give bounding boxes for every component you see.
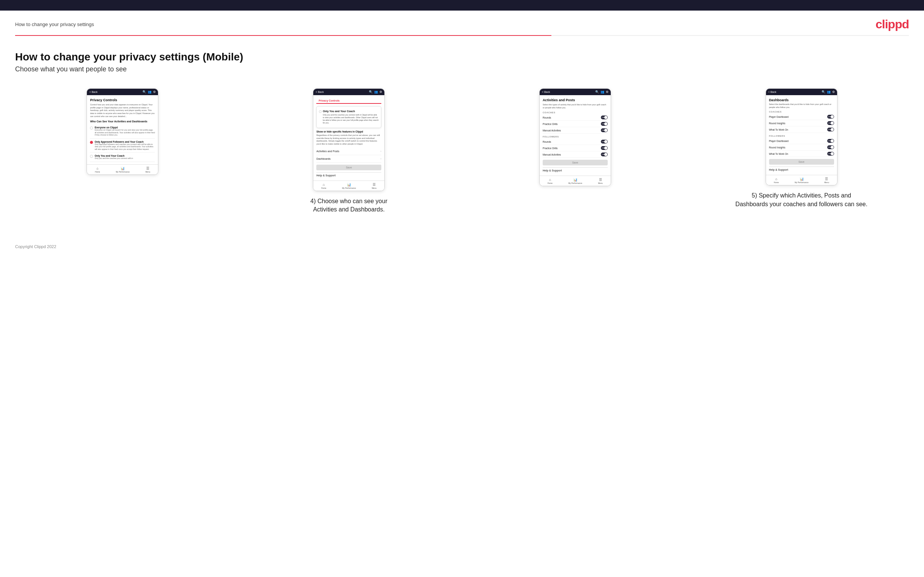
- performance-icon-1: 📊: [121, 166, 125, 170]
- radio-coach-only[interactable]: [90, 155, 93, 158]
- nav-home-3[interactable]: ⌂ Home: [548, 178, 552, 184]
- option-everyone-desc: Everyone on Clippd can search for you an…: [94, 129, 155, 136]
- option-approved-label: Only Approved Followers and Your Coach: [94, 140, 155, 143]
- people-icon[interactable]: 👥: [148, 90, 152, 93]
- nav-menu-label-3: Menu: [598, 182, 603, 184]
- nav-menu-4[interactable]: ☰ Menu: [824, 177, 829, 184]
- toggle-what-work-coaches[interactable]: What To Work On ON: [769, 126, 834, 133]
- toggle-rounds-followers[interactable]: Rounds ON: [543, 139, 608, 145]
- nav-performance-1[interactable]: 📊 My Performance: [116, 166, 129, 173]
- coaches-label-3: COACHES: [543, 111, 608, 114]
- radio-approved[interactable]: [90, 141, 93, 144]
- nav-home-label-4: Home: [774, 181, 779, 184]
- privacy-controls-tab[interactable]: Privacy Controls: [316, 98, 342, 104]
- save-btn-2[interactable]: Save: [316, 164, 381, 170]
- screen2-topbar: < Back 🔍 👥 ⚙: [313, 89, 384, 95]
- manual-coaches-toggle[interactable]: ON: [601, 128, 608, 132]
- what-work-followers-toggle[interactable]: ON: [827, 152, 834, 156]
- menu-dashboards[interactable]: Dashboards ›: [316, 155, 381, 163]
- back-button-4[interactable]: < Back: [768, 90, 777, 93]
- search-icon[interactable]: 🔍: [142, 90, 146, 93]
- search-icon-2[interactable]: 🔍: [369, 90, 373, 93]
- caption5: 5) Specify which Activities, Posts and D…: [735, 192, 868, 208]
- settings-icon-3[interactable]: ⚙: [606, 90, 609, 93]
- nav-menu-3[interactable]: ☰ Menu: [598, 178, 603, 184]
- nav-menu-2[interactable]: ☰ Menu: [372, 183, 377, 189]
- toggle-manual-coaches[interactable]: Manual Activities ON: [543, 127, 608, 134]
- drills-followers-toggle[interactable]: ON: [601, 146, 608, 150]
- option-approved[interactable]: Only Approved Followers and Your Coach O…: [90, 139, 155, 153]
- dashboards-label: Dashboards: [316, 158, 331, 160]
- screen2-mockup: < Back 🔍 👥 ⚙ Privacy Controls: [313, 89, 385, 191]
- home-icon-3: ⌂: [549, 178, 551, 182]
- option-everyone[interactable]: Everyone on Clippd Everyone on Clippd ca…: [90, 124, 155, 139]
- round-insights-coaches-toggle[interactable]: ON: [827, 121, 834, 125]
- search-icon-4[interactable]: 🔍: [822, 90, 825, 93]
- page-heading: How to change your privacy settings (Mob…: [15, 51, 909, 63]
- menu-activities-posts[interactable]: Activities and Posts ›: [316, 148, 381, 155]
- search-icon-3[interactable]: 🔍: [595, 90, 599, 93]
- option-approved-desc: Only approved followers and coaches you …: [94, 143, 155, 151]
- toggle-round-insights-coaches[interactable]: Round Insights ON: [769, 120, 834, 126]
- toggle-drills-followers[interactable]: Practice Drills ON: [543, 145, 608, 152]
- screen3-bottom-nav: ⌂ Home 📊 My Performance ☰ Menu: [540, 176, 611, 186]
- help-support-label-2: Help & Support: [316, 172, 381, 178]
- back-button-1[interactable]: < Back: [89, 90, 97, 93]
- top-bar: [0, 0, 924, 11]
- what-work-coaches-toggle[interactable]: ON: [827, 127, 834, 131]
- performance-icon-4: 📊: [800, 177, 804, 181]
- rounds-followers-toggle[interactable]: ON: [601, 140, 608, 143]
- help-support-4: Help & Support: [766, 166, 837, 172]
- help-support-label-4: Help & Support: [769, 166, 834, 172]
- screen2-content: Privacy Controls Only You and Your Coach…: [313, 95, 384, 170]
- toggle-player-dash-followers[interactable]: Player Dashboard ON: [769, 138, 834, 144]
- option-coach-only[interactable]: Only You and Your Coach Only you and the…: [90, 153, 155, 162]
- nav-performance-4[interactable]: 📊 My Performance: [795, 177, 809, 184]
- save-btn-4[interactable]: Save: [769, 159, 834, 164]
- settings-icon-4[interactable]: ⚙: [832, 90, 835, 93]
- nav-performance-label-1: My Performance: [116, 171, 129, 173]
- nav-home-2[interactable]: ⌂ Home: [321, 183, 326, 189]
- people-icon-4[interactable]: 👥: [827, 90, 831, 93]
- toggle-manual-followers[interactable]: Manual Activities ON: [543, 152, 608, 158]
- drills-coaches-label: Practice Drills: [543, 123, 558, 126]
- people-icon-2[interactable]: 👥: [374, 90, 378, 93]
- nav-menu-label-2: Menu: [372, 187, 377, 189]
- player-dash-coaches-toggle[interactable]: ON: [827, 115, 834, 119]
- toggle-what-work-followers[interactable]: What To Work On ON: [769, 151, 834, 157]
- toggle-drills-coaches[interactable]: Practice Drills ON: [543, 121, 608, 127]
- rounds-coaches-toggle[interactable]: ON: [601, 116, 608, 119]
- nav-home-label-1: Home: [95, 171, 100, 173]
- nav-performance-label-2: My Performance: [342, 187, 356, 189]
- toggle-rounds-coaches[interactable]: Rounds ON: [543, 114, 608, 121]
- people-icon-3[interactable]: 👥: [601, 90, 604, 93]
- toggle-round-insights-followers[interactable]: Round Insights ON: [769, 144, 834, 151]
- back-button-2[interactable]: < Back: [315, 90, 324, 93]
- settings-icon-2[interactable]: ⚙: [380, 90, 382, 93]
- player-dash-followers-toggle[interactable]: ON: [827, 139, 834, 143]
- nav-performance-label-3: My Performance: [569, 182, 582, 184]
- nav-performance-3[interactable]: 📊 My Performance: [569, 178, 582, 184]
- nav-performance-2[interactable]: 📊 My Performance: [342, 183, 356, 189]
- rounds-followers-label: Rounds: [543, 140, 551, 143]
- round-insights-followers-toggle[interactable]: ON: [827, 145, 834, 149]
- radio-everyone[interactable]: [90, 126, 93, 129]
- header: How to change your privacy settings clip…: [0, 11, 924, 35]
- round-insights-coaches-label: Round Insights: [769, 122, 785, 125]
- followers-label-4: FOLLOWERS: [769, 135, 834, 137]
- save-btn-3[interactable]: Save: [543, 160, 608, 165]
- player-dash-coaches-label: Player Dashboard: [769, 116, 789, 118]
- popup-radio-row: Only You and Your Coach Only you and the…: [319, 110, 379, 124]
- drills-coaches-toggle[interactable]: ON: [601, 122, 608, 126]
- nav-home-1[interactable]: ⌂ Home: [95, 166, 100, 173]
- toggle-player-dash-coaches[interactable]: Player Dashboard ON: [769, 114, 834, 120]
- settings-icon[interactable]: ⚙: [153, 90, 156, 93]
- nav-home-4[interactable]: ⌂ Home: [774, 177, 779, 184]
- back-button-3[interactable]: < Back: [542, 90, 550, 93]
- coaches-label-4: COACHES: [769, 111, 834, 113]
- chevron-dashboards: ›: [380, 157, 381, 161]
- dashboards-section-desc: Select the dashboards that you'd like to…: [769, 103, 834, 109]
- manual-followers-toggle[interactable]: ON: [601, 153, 608, 156]
- nav-menu-1[interactable]: ☰ Menu: [145, 166, 150, 173]
- nav-home-label-2: Home: [321, 187, 326, 189]
